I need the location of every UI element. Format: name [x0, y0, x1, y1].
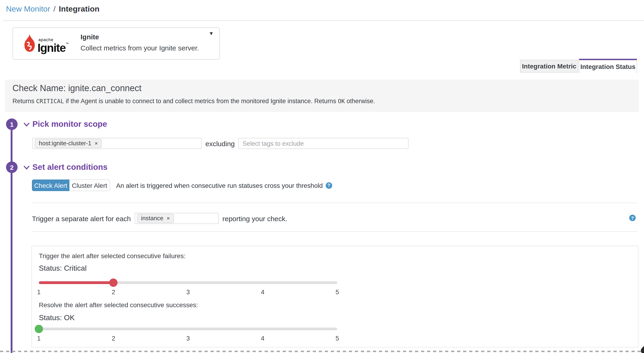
critical-code: CRITICAL: [36, 98, 64, 104]
ok-slider-ticks: 1 2 3 4 5: [39, 335, 337, 342]
slider-tick-label: 4: [261, 289, 264, 296]
page-title: Integration: [59, 5, 100, 14]
trigger-each-row: Trigger a separate alert for each instan…: [32, 213, 287, 224]
ok-code: OK: [338, 98, 345, 104]
breadcrumb-separator: /: [54, 5, 56, 14]
section-title-set-alert-conditions: Set alert conditions: [32, 162, 108, 172]
slider-tick-label: 3: [186, 335, 190, 342]
slider-tick-label: 5: [336, 335, 339, 342]
status-critical-label: Status: Critical: [39, 264, 86, 272]
group-by-input[interactable]: instance ×: [134, 213, 218, 224]
group-tag-pill[interactable]: instance ×: [137, 214, 174, 223]
status-ok-label: Status: OK: [39, 314, 75, 322]
integration-description: Collect metrics from your Ignite server.: [80, 44, 199, 52]
critical-slider-ticks: 1 2 3 4 5: [39, 289, 337, 296]
help-icon[interactable]: ?: [326, 182, 332, 188]
apache-ignite-logo: apacheIgnite™: [23, 34, 69, 53]
cluster-alert-button[interactable]: Cluster Alert: [70, 180, 110, 191]
step-1-badge: 1: [6, 118, 18, 130]
slider-tick-label: 3: [186, 289, 190, 296]
alert-type-row: Check Alert Cluster Alert An alert is tr…: [32, 180, 332, 191]
chevron-down-icon[interactable]: [24, 166, 30, 170]
threshold-explainer-text: An alert is triggered when consecutive r…: [116, 182, 323, 189]
exclude-tags-input[interactable]: [238, 138, 409, 149]
logo-ignite-text: Ignite: [38, 41, 66, 54]
scope-tag-pill[interactable]: host:ignite-cluster-1 ×: [35, 139, 102, 148]
successes-label: Resolve the alert after selected consecu…: [39, 301, 198, 308]
chevron-down-icon[interactable]: [24, 122, 30, 127]
check-description: Returns CRITICAL if the Agent is unable …: [12, 98, 375, 104]
integration-title: Ignite: [80, 33, 99, 41]
step-progress-rail: [11, 124, 12, 353]
trigger-each-prefix: Trigger a separate alert for each: [32, 214, 131, 222]
tab-integration-status[interactable]: Integration Status: [579, 59, 637, 73]
scope-tags-input[interactable]: host:ignite-cluster-1 ×: [32, 138, 202, 149]
section-divider: [32, 203, 638, 203]
slider-tick-label: 4: [261, 335, 264, 342]
dropdown-caret-icon[interactable]: ▼: [209, 30, 214, 36]
consecutive-thresholds-box: Trigger the alert after selected consecu…: [32, 246, 638, 348]
critical-threshold-slider[interactable]: [39, 278, 337, 287]
slider-tick-label: 1: [37, 289, 40, 296]
new-monitor-page: New Monitor / Integration apacheIgnite™ …: [0, 0, 644, 353]
step-2-badge: 2: [6, 162, 18, 173]
ignite-flame-icon: [23, 34, 36, 53]
breadcrumb: New Monitor / Integration: [6, 5, 100, 14]
remove-tag-icon[interactable]: ×: [94, 140, 98, 146]
cursor-artifact: [639, 346, 644, 353]
check-name-banner: Check Name: ignite.can_connect Returns C…: [5, 80, 639, 112]
remove-tag-icon[interactable]: ×: [166, 215, 170, 222]
logo-trademark: ™: [66, 42, 69, 45]
slider-handle[interactable]: [110, 278, 118, 287]
slider-tick-label: 2: [112, 289, 115, 296]
header-divider: [3, 20, 644, 21]
failures-label: Trigger the alert after selected consecu…: [39, 252, 186, 260]
section-title-pick-monitor-scope: Pick monitor scope: [32, 119, 107, 129]
excluding-label: excluding: [206, 140, 235, 147]
monitor-scope-row: host:ignite-cluster-1 × excluding: [32, 138, 409, 149]
check-name-title: Check Name: ignite.can_connect: [12, 83, 142, 94]
section-divider: [32, 231, 638, 232]
slider-track[interactable]: [39, 328, 337, 330]
ok-threshold-slider[interactable]: [39, 324, 337, 334]
slider-handle[interactable]: [35, 325, 43, 333]
slider-fill: [39, 281, 114, 284]
breadcrumb-new-monitor-link[interactable]: New Monitor: [6, 5, 50, 14]
help-icon[interactable]: ?: [629, 215, 636, 221]
content-cutoff-dashed-edge: [0, 351, 644, 352]
tab-integration-metric[interactable]: Integration Metric: [520, 60, 578, 73]
slider-tick-label: 2: [112, 335, 115, 342]
check-alert-button[interactable]: Check Alert: [32, 180, 70, 191]
trigger-each-suffix: reporting your check.: [222, 214, 287, 222]
integration-selector-card[interactable]: apacheIgnite™ Ignite Collect metrics fro…: [12, 27, 220, 60]
slider-tick-label: 5: [336, 289, 339, 296]
slider-tick-label: 1: [37, 335, 40, 342]
